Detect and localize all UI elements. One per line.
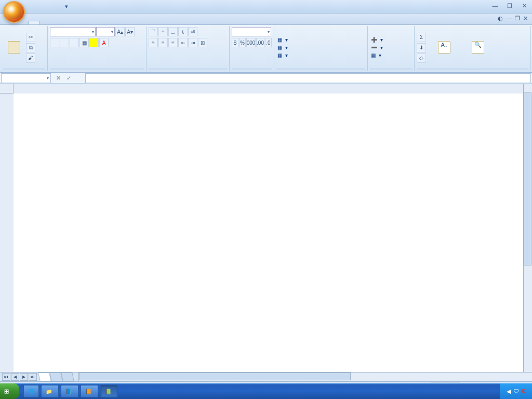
shrink-font-button[interactable]: A▾ (125, 27, 135, 36)
sheet-first-button[interactable]: ⏮ (2, 373, 10, 381)
fill-color-button[interactable] (89, 38, 99, 47)
find-select-button[interactable]: 🔍 (462, 27, 494, 68)
delete-cells-button[interactable]: ➖ ▾ (370, 44, 412, 51)
percent-button[interactable]: % (239, 38, 246, 47)
quick-access-toolbar: ▾ (29, 2, 71, 11)
font-name-combo[interactable] (50, 27, 96, 36)
sort-filter-button[interactable]: A↓ (427, 27, 461, 68)
cut-button[interactable]: ✂ (26, 33, 35, 42)
help-icon[interactable]: ◐ (498, 15, 503, 22)
name-box[interactable] (1, 73, 51, 83)
taskbar-item[interactable]: 🌐 (23, 385, 39, 397)
tab-layout[interactable] (50, 21, 60, 24)
horizontal-scrollbar[interactable] (78, 373, 532, 381)
align-right-button[interactable]: ≡ (168, 38, 178, 47)
paste-button[interactable] (3, 27, 25, 68)
tab-view[interactable] (91, 21, 102, 24)
ribbon-tabs: ◐ — ❐ ✕ (0, 14, 532, 25)
select-all-corner[interactable] (0, 84, 14, 94)
tray-icon[interactable]: 🛡 (513, 388, 519, 394)
qat-dropdown-icon[interactable]: ▾ (62, 2, 71, 11)
indent-dec-button[interactable]: ⇤ (178, 38, 188, 47)
align-left-button[interactable]: ≡ (149, 38, 158, 47)
conditional-format-button[interactable]: ▦ ▾ (276, 36, 365, 43)
close-button[interactable]: ✕ (518, 3, 530, 11)
group-font-label (50, 68, 144, 70)
tray-icon[interactable]: ◀ (507, 388, 511, 395)
taskbar-item[interactable]: 📘 (61, 385, 78, 397)
align-middle-button[interactable]: ≡ (158, 27, 168, 36)
formula-input[interactable] (85, 73, 531, 83)
grow-font-button[interactable]: A▴ (115, 27, 125, 36)
align-center-button[interactable]: ≡ (158, 38, 168, 47)
autosum-button[interactable]: Σ (417, 33, 426, 42)
copy-button[interactable]: ⧉ (26, 43, 35, 52)
number-format-combo[interactable] (232, 27, 271, 36)
worksheet-grid[interactable] (0, 84, 532, 372)
sheet-last-button[interactable]: ⏭ (29, 373, 37, 381)
sheet-tab-3[interactable] (61, 373, 74, 381)
taskbar-item[interactable]: 📙 (81, 385, 98, 397)
group-number-label (232, 68, 272, 70)
doc-minimize-icon[interactable]: — (506, 15, 512, 22)
dec-decimal-button[interactable]: .0 (265, 38, 272, 47)
start-button[interactable]: ⊞ (0, 383, 19, 399)
fill-button[interactable]: ⬇ (417, 43, 426, 52)
tab-review[interactable] (81, 21, 91, 24)
italic-button[interactable] (60, 38, 69, 47)
save-icon[interactable] (29, 2, 38, 11)
clear-button[interactable]: ◇ (417, 54, 426, 63)
format-table-button[interactable]: ▦ ▾ (276, 44, 365, 51)
tab-data[interactable] (71, 21, 81, 24)
inc-decimal-button[interactable]: .00 (256, 38, 264, 47)
redo-icon[interactable] (51, 2, 60, 11)
fx-cancel-icon[interactable]: ✕ (54, 73, 63, 83)
system-tray[interactable]: ◀ 🛡 K (500, 383, 532, 399)
underline-button[interactable] (70, 38, 79, 47)
group-clipboard-label (3, 68, 45, 70)
ribbon: ✂ ⧉ 🖌 A▴ A▾ ▦ A (0, 25, 532, 73)
cell-styles-button[interactable]: ▦ ▾ (276, 52, 365, 59)
font-size-combo[interactable] (96, 27, 115, 36)
orientation-button[interactable]: ⤹ (178, 27, 188, 36)
vertical-scrollbar[interactable] (523, 84, 532, 372)
doc-close-icon[interactable]: ✕ (523, 15, 528, 22)
comma-button[interactable]: 000 (246, 38, 256, 47)
minimize-button[interactable]: — (489, 3, 501, 11)
taskbar-item[interactable]: 📁 (41, 385, 59, 397)
format-painter-button[interactable]: 🖌 (26, 54, 35, 63)
format-cells-button[interactable]: ▦ ▾ (370, 52, 412, 59)
wrap-text-button[interactable]: ⏎ (188, 27, 197, 36)
sheet-prev-button[interactable]: ◀ (11, 373, 19, 381)
group-edit-label (417, 68, 528, 70)
office-button[interactable] (3, 1, 25, 23)
formula-bar: ✕ ✓ (0, 73, 532, 84)
restore-button[interactable]: ❐ (504, 3, 515, 11)
scrollbar-thumb[interactable] (524, 92, 531, 265)
scrollbar-thumb[interactable] (79, 373, 351, 380)
tab-insert[interactable] (39, 21, 50, 24)
sheet-tabs: ⏮ ◀ ▶ ⏭ (0, 372, 532, 381)
tab-formulas[interactable] (60, 21, 71, 24)
undo-icon[interactable] (40, 2, 49, 11)
tab-home[interactable] (28, 21, 39, 24)
doc-restore-icon[interactable]: ❐ (515, 15, 520, 22)
bold-button[interactable] (50, 38, 59, 47)
taskbar-item-active[interactable]: 📗 (100, 385, 118, 397)
fx-icon[interactable] (74, 73, 84, 83)
sort-icon: A↓ (438, 41, 450, 54)
sheet-next-button[interactable]: ▶ (20, 373, 28, 381)
currency-button[interactable]: $ (232, 38, 238, 47)
tray-icon[interactable]: K (522, 388, 525, 394)
group-align-label (149, 68, 227, 70)
insert-cells-button[interactable]: ➕ ▾ (370, 36, 412, 43)
font-color-button[interactable]: A (99, 38, 109, 47)
fx-confirm-icon[interactable]: ✓ (64, 73, 73, 83)
borders-button[interactable]: ▦ (79, 38, 89, 47)
indent-inc-button[interactable]: ⇥ (188, 38, 197, 47)
find-icon: 🔍 (472, 41, 484, 54)
align-top-button[interactable]: ⎴ (149, 27, 158, 36)
group-cells-label (370, 68, 412, 70)
align-bottom-button[interactable]: ⎵ (168, 27, 178, 36)
merge-button[interactable]: ⊞ (198, 38, 207, 47)
